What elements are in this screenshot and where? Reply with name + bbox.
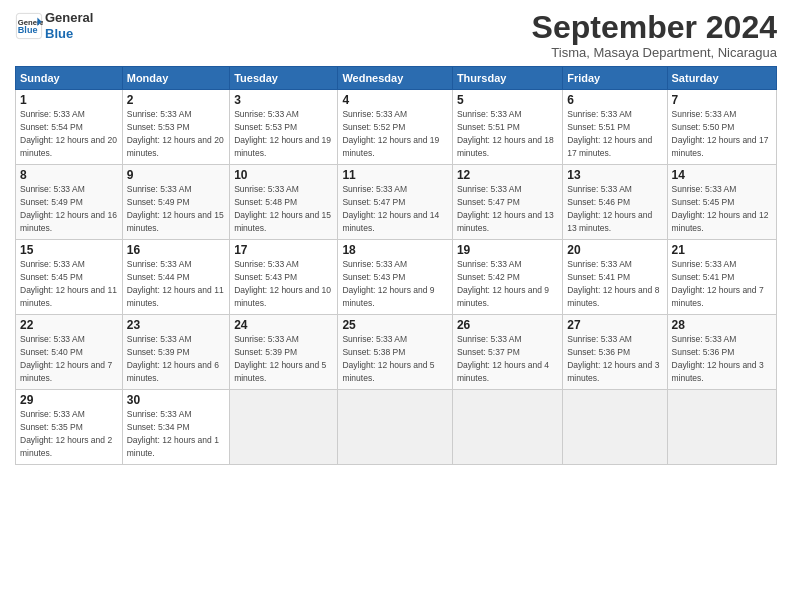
day-info: Sunrise: 5:33 AMSunset: 5:41 PMDaylight:… <box>567 259 659 308</box>
day-info: Sunrise: 5:33 AMSunset: 5:49 PMDaylight:… <box>20 184 117 233</box>
day-number: 29 <box>20 393 118 407</box>
month-title: September 2024 <box>532 10 777 45</box>
day-number: 5 <box>457 93 558 107</box>
day-info: Sunrise: 5:33 AMSunset: 5:51 PMDaylight:… <box>457 109 554 158</box>
logo-general: General <box>45 10 93 26</box>
header-thursday: Thursday <box>452 67 562 90</box>
header-tuesday: Tuesday <box>230 67 338 90</box>
logo-icon: General Blue <box>15 12 43 40</box>
day-info: Sunrise: 5:33 AMSunset: 5:54 PMDaylight:… <box>20 109 117 158</box>
week-row: 15Sunrise: 5:33 AMSunset: 5:45 PMDayligh… <box>16 240 777 315</box>
day-info: Sunrise: 5:33 AMSunset: 5:45 PMDaylight:… <box>672 184 769 233</box>
day-info: Sunrise: 5:33 AMSunset: 5:45 PMDaylight:… <box>20 259 117 308</box>
day-info: Sunrise: 5:33 AMSunset: 5:43 PMDaylight:… <box>342 259 434 308</box>
header-monday: Monday <box>122 67 229 90</box>
day-cell: 26Sunrise: 5:33 AMSunset: 5:37 PMDayligh… <box>452 315 562 390</box>
day-cell: 2Sunrise: 5:33 AMSunset: 5:53 PMDaylight… <box>122 90 229 165</box>
day-info: Sunrise: 5:33 AMSunset: 5:50 PMDaylight:… <box>672 109 769 158</box>
header-sunday: Sunday <box>16 67 123 90</box>
day-cell: 28Sunrise: 5:33 AMSunset: 5:36 PMDayligh… <box>667 315 776 390</box>
day-cell: 4Sunrise: 5:33 AMSunset: 5:52 PMDaylight… <box>338 90 453 165</box>
week-row: 29Sunrise: 5:33 AMSunset: 5:35 PMDayligh… <box>16 390 777 465</box>
day-number: 13 <box>567 168 662 182</box>
day-number: 26 <box>457 318 558 332</box>
day-info: Sunrise: 5:33 AMSunset: 5:46 PMDaylight:… <box>567 184 652 233</box>
day-cell: 24Sunrise: 5:33 AMSunset: 5:39 PMDayligh… <box>230 315 338 390</box>
day-number: 24 <box>234 318 333 332</box>
header-friday: Friday <box>563 67 667 90</box>
day-cell: 29Sunrise: 5:33 AMSunset: 5:35 PMDayligh… <box>16 390 123 465</box>
day-info: Sunrise: 5:33 AMSunset: 5:42 PMDaylight:… <box>457 259 549 308</box>
day-cell <box>452 390 562 465</box>
week-row: 8Sunrise: 5:33 AMSunset: 5:49 PMDaylight… <box>16 165 777 240</box>
day-info: Sunrise: 5:33 AMSunset: 5:49 PMDaylight:… <box>127 184 224 233</box>
day-cell: 23Sunrise: 5:33 AMSunset: 5:39 PMDayligh… <box>122 315 229 390</box>
day-cell: 20Sunrise: 5:33 AMSunset: 5:41 PMDayligh… <box>563 240 667 315</box>
page-container: General Blue General Blue September 2024… <box>0 0 792 475</box>
day-info: Sunrise: 5:33 AMSunset: 5:40 PMDaylight:… <box>20 334 112 383</box>
calendar-table: SundayMondayTuesdayWednesdayThursdayFrid… <box>15 66 777 465</box>
day-cell: 1Sunrise: 5:33 AMSunset: 5:54 PMDaylight… <box>16 90 123 165</box>
day-cell: 3Sunrise: 5:33 AMSunset: 5:53 PMDaylight… <box>230 90 338 165</box>
day-cell: 12Sunrise: 5:33 AMSunset: 5:47 PMDayligh… <box>452 165 562 240</box>
day-info: Sunrise: 5:33 AMSunset: 5:44 PMDaylight:… <box>127 259 224 308</box>
day-number: 6 <box>567 93 662 107</box>
day-info: Sunrise: 5:33 AMSunset: 5:52 PMDaylight:… <box>342 109 439 158</box>
day-cell: 11Sunrise: 5:33 AMSunset: 5:47 PMDayligh… <box>338 165 453 240</box>
day-cell: 7Sunrise: 5:33 AMSunset: 5:50 PMDaylight… <box>667 90 776 165</box>
day-info: Sunrise: 5:33 AMSunset: 5:41 PMDaylight:… <box>672 259 764 308</box>
day-cell <box>563 390 667 465</box>
day-info: Sunrise: 5:33 AMSunset: 5:34 PMDaylight:… <box>127 409 219 458</box>
day-number: 16 <box>127 243 225 257</box>
day-info: Sunrise: 5:33 AMSunset: 5:39 PMDaylight:… <box>234 334 326 383</box>
day-info: Sunrise: 5:33 AMSunset: 5:36 PMDaylight:… <box>672 334 764 383</box>
day-number: 4 <box>342 93 448 107</box>
day-number: 25 <box>342 318 448 332</box>
day-number: 14 <box>672 168 772 182</box>
day-info: Sunrise: 5:33 AMSunset: 5:47 PMDaylight:… <box>342 184 439 233</box>
day-cell <box>230 390 338 465</box>
day-info: Sunrise: 5:33 AMSunset: 5:48 PMDaylight:… <box>234 184 331 233</box>
day-number: 9 <box>127 168 225 182</box>
day-number: 22 <box>20 318 118 332</box>
day-number: 1 <box>20 93 118 107</box>
day-number: 21 <box>672 243 772 257</box>
day-info: Sunrise: 5:33 AMSunset: 5:53 PMDaylight:… <box>234 109 331 158</box>
day-number: 20 <box>567 243 662 257</box>
day-cell: 16Sunrise: 5:33 AMSunset: 5:44 PMDayligh… <box>122 240 229 315</box>
day-cell: 25Sunrise: 5:33 AMSunset: 5:38 PMDayligh… <box>338 315 453 390</box>
logo: General Blue General Blue <box>15 10 93 41</box>
day-info: Sunrise: 5:33 AMSunset: 5:37 PMDaylight:… <box>457 334 549 383</box>
day-info: Sunrise: 5:33 AMSunset: 5:51 PMDaylight:… <box>567 109 652 158</box>
day-info: Sunrise: 5:33 AMSunset: 5:35 PMDaylight:… <box>20 409 112 458</box>
day-number: 15 <box>20 243 118 257</box>
header-wednesday: Wednesday <box>338 67 453 90</box>
day-cell: 5Sunrise: 5:33 AMSunset: 5:51 PMDaylight… <box>452 90 562 165</box>
title-block: September 2024 Tisma, Masaya Department,… <box>532 10 777 60</box>
day-cell <box>338 390 453 465</box>
day-cell: 19Sunrise: 5:33 AMSunset: 5:42 PMDayligh… <box>452 240 562 315</box>
day-number: 18 <box>342 243 448 257</box>
day-cell: 15Sunrise: 5:33 AMSunset: 5:45 PMDayligh… <box>16 240 123 315</box>
day-cell: 17Sunrise: 5:33 AMSunset: 5:43 PMDayligh… <box>230 240 338 315</box>
header-saturday: Saturday <box>667 67 776 90</box>
day-number: 2 <box>127 93 225 107</box>
day-number: 7 <box>672 93 772 107</box>
day-cell: 30Sunrise: 5:33 AMSunset: 5:34 PMDayligh… <box>122 390 229 465</box>
day-cell: 14Sunrise: 5:33 AMSunset: 5:45 PMDayligh… <box>667 165 776 240</box>
subtitle: Tisma, Masaya Department, Nicaragua <box>532 45 777 60</box>
day-cell: 9Sunrise: 5:33 AMSunset: 5:49 PMDaylight… <box>122 165 229 240</box>
day-cell: 6Sunrise: 5:33 AMSunset: 5:51 PMDaylight… <box>563 90 667 165</box>
day-number: 30 <box>127 393 225 407</box>
day-cell: 22Sunrise: 5:33 AMSunset: 5:40 PMDayligh… <box>16 315 123 390</box>
week-row: 1Sunrise: 5:33 AMSunset: 5:54 PMDaylight… <box>16 90 777 165</box>
day-cell: 27Sunrise: 5:33 AMSunset: 5:36 PMDayligh… <box>563 315 667 390</box>
day-info: Sunrise: 5:33 AMSunset: 5:38 PMDaylight:… <box>342 334 434 383</box>
day-number: 12 <box>457 168 558 182</box>
header-row: SundayMondayTuesdayWednesdayThursdayFrid… <box>16 67 777 90</box>
day-number: 8 <box>20 168 118 182</box>
day-info: Sunrise: 5:33 AMSunset: 5:39 PMDaylight:… <box>127 334 219 383</box>
day-cell <box>667 390 776 465</box>
day-info: Sunrise: 5:33 AMSunset: 5:36 PMDaylight:… <box>567 334 659 383</box>
day-info: Sunrise: 5:33 AMSunset: 5:47 PMDaylight:… <box>457 184 554 233</box>
